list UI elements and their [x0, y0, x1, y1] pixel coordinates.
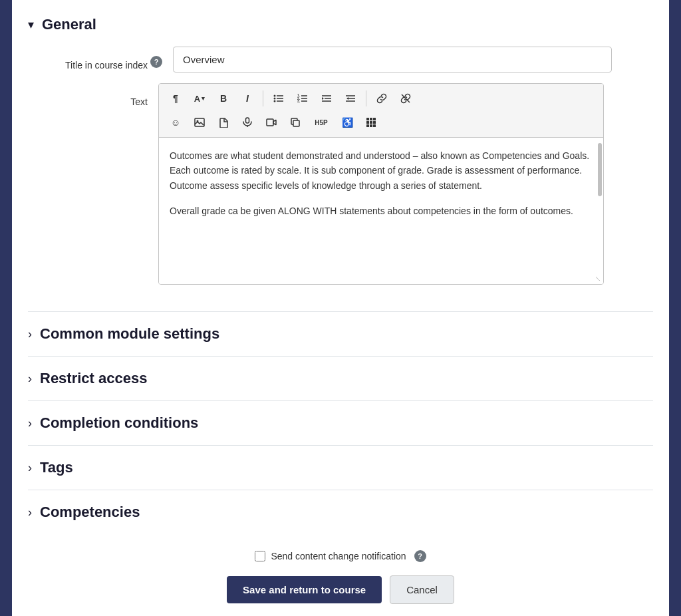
- toolbar-row-2: ☺: [164, 112, 598, 133]
- toolbar-emoji-button[interactable]: ☺: [164, 112, 187, 133]
- svg-rect-33: [366, 124, 369, 127]
- editor-content-area[interactable]: Outcomes are what student demonstrated a…: [159, 138, 603, 284]
- svg-text:3.: 3.: [297, 99, 301, 103]
- completion-chevron-icon: ›: [28, 416, 32, 430]
- completion-section: › Completion conditions: [28, 400, 653, 445]
- toolbar-more-button[interactable]: [360, 112, 382, 133]
- toolbar-outdent-button[interactable]: [339, 88, 362, 109]
- editor-paragraph-1: Outcomes are what student demonstrated a…: [170, 148, 593, 193]
- svg-marker-15: [322, 97, 324, 100]
- toolbar-image-button[interactable]: [188, 112, 211, 133]
- competencies-title: Competencies: [40, 504, 140, 521]
- common-module-header[interactable]: › Common module settings: [28, 312, 653, 356]
- toolbar-ol-button[interactable]: 1.2.3.: [291, 88, 314, 109]
- page-container: ▾ General Title in course index ? Text ¶…: [12, 0, 669, 616]
- text-field-row: Text ¶ A▾ B I 1.2.3.: [28, 83, 653, 285]
- action-buttons-row: Save and return to course Cancel: [28, 575, 653, 604]
- cancel-button[interactable]: Cancel: [390, 575, 454, 604]
- competencies-header[interactable]: › Competencies: [28, 490, 653, 534]
- general-section: ▾ General Title in course index ? Text ¶…: [28, 11, 653, 311]
- editor-paragraph-2: Overall grade ca be given ALONG WITH sta…: [170, 204, 593, 218]
- toolbar-ul-button[interactable]: [267, 88, 290, 109]
- text-field-label: Text: [28, 90, 148, 107]
- common-module-section: › Common module settings: [28, 311, 653, 356]
- restrict-access-chevron-icon: ›: [28, 372, 32, 386]
- svg-rect-25: [267, 119, 273, 126]
- toolbar-h5p-button[interactable]: H5P: [308, 112, 335, 133]
- notification-help-icon[interactable]: ?: [414, 550, 426, 562]
- tags-title: Tags: [40, 459, 73, 476]
- toolbar-audio-button[interactable]: [236, 112, 259, 133]
- toolbar-video-button[interactable]: [260, 112, 283, 133]
- general-section-title: General: [42, 16, 96, 33]
- svg-rect-27: [366, 118, 369, 120]
- svg-rect-23: [246, 118, 249, 123]
- title-label-wrapper: Title in course index ?: [28, 47, 162, 71]
- completion-title: Completion conditions: [40, 414, 198, 432]
- notification-checkbox[interactable]: [255, 551, 265, 561]
- restrict-access-section: › Restrict access: [28, 356, 653, 400]
- svg-point-2: [274, 98, 276, 100]
- restrict-access-header[interactable]: › Restrict access: [28, 357, 653, 400]
- text-label-wrapper: Text: [28, 83, 148, 107]
- toolbar-link-button[interactable]: [370, 88, 393, 109]
- svg-rect-35: [373, 124, 376, 127]
- toolbar-font-button[interactable]: A▾: [188, 88, 211, 109]
- editor-scrollbar[interactable]: [598, 143, 602, 196]
- svg-rect-29: [373, 118, 376, 120]
- svg-marker-19: [346, 97, 348, 100]
- svg-point-0: [274, 95, 276, 97]
- editor-resize-handle[interactable]: ⟍: [594, 275, 602, 283]
- toolbar-accessibility-button[interactable]: ♿: [336, 112, 358, 133]
- restrict-access-title: Restrict access: [40, 370, 147, 387]
- general-chevron-down-icon: ▾: [28, 17, 34, 32]
- toolbar-copy-button[interactable]: [284, 112, 307, 133]
- save-button[interactable]: Save and return to course: [227, 576, 382, 603]
- toolbar-paragraph-button[interactable]: ¶: [164, 88, 187, 109]
- tags-section: › Tags: [28, 445, 653, 490]
- toolbar-separator-1: [263, 90, 263, 106]
- rich-text-editor: ¶ A▾ B I 1.2.3.: [158, 83, 604, 285]
- svg-rect-28: [370, 118, 372, 120]
- title-field-label: Title in course index: [28, 53, 148, 71]
- competencies-section: › Competencies: [28, 490, 653, 534]
- common-module-chevron-icon: ›: [28, 327, 32, 341]
- toolbar-italic-button[interactable]: I: [236, 88, 259, 109]
- svg-rect-26: [293, 120, 299, 126]
- notification-row: Send content change notification ?: [28, 550, 653, 562]
- tags-header[interactable]: › Tags: [28, 446, 653, 490]
- title-field-row: Title in course index ?: [28, 47, 653, 73]
- svg-point-4: [274, 100, 276, 102]
- completion-header[interactable]: › Completion conditions: [28, 401, 653, 445]
- toolbar-bold-button[interactable]: B: [212, 88, 235, 109]
- general-section-header[interactable]: ▾ General: [28, 11, 653, 47]
- toolbar-separator-2: [366, 90, 366, 106]
- svg-rect-31: [370, 121, 372, 124]
- competencies-chevron-icon: ›: [28, 506, 32, 520]
- tags-chevron-icon: ›: [28, 461, 32, 475]
- svg-rect-34: [370, 124, 372, 127]
- toolbar-row-1: ¶ A▾ B I 1.2.3.: [164, 88, 598, 109]
- common-module-title: Common module settings: [40, 325, 219, 343]
- svg-rect-30: [366, 121, 369, 124]
- toolbar-unlink-button[interactable]: [394, 88, 417, 109]
- svg-rect-32: [373, 121, 376, 124]
- toolbar-indent-button[interactable]: [315, 88, 338, 109]
- notification-label: Send content change notification: [271, 551, 406, 561]
- title-input[interactable]: [173, 47, 612, 73]
- toolbar-file-button[interactable]: [212, 112, 235, 133]
- editor-toolbar: ¶ A▾ B I 1.2.3.: [159, 84, 603, 138]
- title-help-icon[interactable]: ?: [150, 56, 162, 68]
